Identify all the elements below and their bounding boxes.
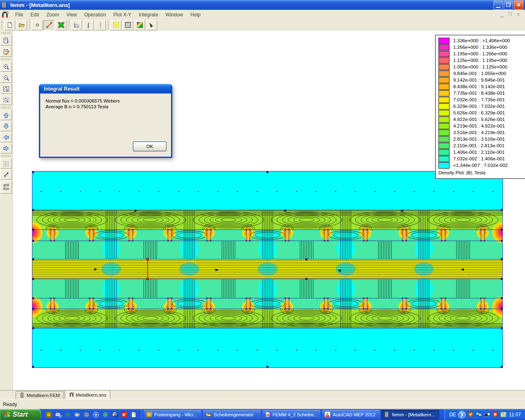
- legend-row: 1.125e+000 : 1.195e+000: [438, 57, 525, 64]
- ok-button[interactable]: OK: [133, 142, 167, 151]
- taskbar-button-1[interactable]: Posteingang - Micr...: [144, 410, 201, 419]
- language-indicator[interactable]: DE: [449, 412, 456, 418]
- hatch-density-button[interactable]: [122, 20, 133, 30]
- tab-label: Metallkern.FEM: [27, 393, 60, 398]
- open-folder-icon: [18, 22, 25, 28]
- new-doc-button[interactable]: [4, 20, 15, 30]
- quicklaunch-media-player[interactable]: [92, 411, 99, 418]
- zoom-out-button[interactable]: [0, 73, 12, 83]
- mdi-close-icon[interactable]: ✕: [515, 12, 522, 17]
- taskbar-button-4[interactable]: AAutoCAD MEP 2012: [322, 410, 380, 419]
- title-bar[interactable]: femm - [Metallkern.ans] ▁ ❐ ✕: [0, 0, 525, 10]
- network-monitors-icon: [476, 411, 482, 418]
- grid-size-label: grid size: [1, 183, 11, 191]
- contour-mode-button[interactable]: [43, 20, 55, 30]
- quicklaunch-doc-question[interactable]: ?: [130, 411, 137, 418]
- quicklaunch-k1-red[interactable]: K1: [121, 411, 128, 418]
- open-folder-button[interactable]: [16, 20, 27, 30]
- menu-window[interactable]: Window: [162, 11, 187, 19]
- pan-right-button[interactable]: [0, 143, 12, 153]
- menu-operation[interactable]: Operation: [81, 11, 110, 19]
- taskbar-button-2[interactable]: Scheibengenerator: [203, 410, 261, 419]
- tray-antivirus-v2[interactable]: V2: [500, 411, 507, 418]
- restore-button[interactable]: ❐: [504, 0, 513, 10]
- legend-swatch: [438, 116, 450, 123]
- pan-down-button[interactable]: [0, 121, 12, 131]
- sidebar-grip: [2, 58, 11, 60]
- quicklaunch-globe-green[interactable]: [102, 411, 109, 418]
- taskbar-button-label: Posteingang - Micr...: [154, 412, 197, 417]
- average-bn-value: Average B.n = 0.750113 Tesla: [46, 104, 108, 109]
- dialog-title-bar[interactable]: Integral Result: [40, 84, 171, 94]
- legend-range-label: 1.266e+000 : 1.336e+000: [453, 45, 507, 50]
- quicklaunch-printer-search[interactable]: [111, 411, 118, 418]
- plot-xy-button[interactable]: [71, 20, 82, 30]
- taskbar-button-5[interactable]: femm - [Metallkern...: [381, 410, 439, 419]
- zoom-extents-button[interactable]: [0, 95, 12, 105]
- quicklaunch-clock-gold[interactable]: [45, 411, 52, 418]
- close-button[interactable]: ✕: [514, 0, 523, 10]
- pan-left-button[interactable]: [0, 132, 12, 142]
- menu-plot-x-y[interactable]: Plot X-Y: [110, 11, 135, 19]
- pointer-arrow-button[interactable]: [146, 20, 157, 30]
- document-tab-bar: Metallkern.FEMMetallkern.ans: [0, 390, 525, 399]
- tray-network-monitors[interactable]: [476, 411, 482, 418]
- zoom-window-button[interactable]: [0, 84, 12, 94]
- legend-row: 6.329e-001 : 7.032e-001: [438, 103, 525, 110]
- start-button[interactable]: Start: [0, 409, 41, 420]
- quicklaunch-internet-explorer[interactable]: e: [73, 411, 80, 418]
- flux-lines-button[interactable]: [95, 20, 106, 30]
- svg-text:1: 1: [125, 412, 127, 415]
- tray-shield-brown[interactable]: [468, 411, 474, 418]
- mdi-restore-icon[interactable]: ❐: [507, 12, 514, 17]
- legend-row: 9.845e-001 : 1.055e+000: [438, 70, 525, 77]
- menu-file[interactable]: File: [11, 11, 27, 19]
- tab-metallkern-fem[interactable]: Metallkern.FEM: [16, 391, 64, 399]
- mdi-minimize-icon[interactable]: ▁: [498, 12, 505, 17]
- zoom-in-button[interactable]: [0, 62, 12, 72]
- doc-question-icon: ?: [130, 411, 137, 418]
- hatch-density-icon: [125, 22, 131, 28]
- doc-edit-icon: [3, 48, 9, 55]
- quicklaunch-sync-green[interactable]: [64, 411, 71, 418]
- quicklaunch-globe-gray[interactable]: [83, 411, 90, 418]
- tray-clock[interactable]: 11:07: [509, 412, 521, 418]
- tab-metallkern-ans[interactable]: Metallkern.ans: [65, 390, 111, 399]
- mesh-view-button[interactable]: [110, 20, 121, 30]
- tray-keyboard-lock[interactable]: [484, 411, 491, 418]
- legend-swatch: [438, 38, 450, 44]
- quicklaunch-mail-blue[interactable]: [55, 411, 62, 418]
- menu-view[interactable]: View: [63, 11, 81, 19]
- menu-zoom[interactable]: Zoom: [43, 11, 63, 19]
- legend-swatch: [438, 143, 450, 149]
- taskbar-separator: [141, 410, 142, 419]
- doc-results-button[interactable]: [0, 35, 12, 46]
- legend-range-label: 3.516e-001 : 4.219e-001: [453, 130, 505, 135]
- tray-chevron-icon[interactable]: ❯: [458, 411, 466, 418]
- dialog-body: Normal flux = 0.000306575 Webers Average…: [40, 94, 171, 157]
- integral-button[interactable]: ∫: [83, 20, 94, 30]
- doc-edit-button[interactable]: [0, 46, 12, 57]
- tray-shield-cross[interactable]: [492, 411, 499, 418]
- pan-up-button[interactable]: [0, 110, 12, 120]
- tab-label: Metallkern.ans: [76, 393, 107, 397]
- menu-integrate[interactable]: Integrate: [135, 11, 162, 19]
- menu-help[interactable]: Help: [187, 11, 204, 19]
- snap-grid-button[interactable]: [0, 169, 12, 180]
- grid-size-button[interactable]: grid size: [0, 180, 12, 194]
- sidebar-grip: [2, 107, 11, 109]
- svg-text:A: A: [326, 412, 329, 416]
- taskbar-button-3[interactable]: AFEMM 4_2 Scheibe...: [262, 410, 320, 419]
- globe-gray-icon: [83, 411, 90, 418]
- point-mode-icon: [34, 22, 41, 28]
- shield-brown-icon: [468, 411, 474, 418]
- point-mode-button[interactable]: [32, 20, 43, 30]
- grid-dots-button[interactable]: [0, 158, 12, 169]
- color-density-button[interactable]: [134, 20, 145, 30]
- area-mode-button[interactable]: [55, 20, 66, 30]
- density-plot[interactable]: [32, 171, 503, 368]
- minimize-button[interactable]: ▁: [493, 0, 503, 10]
- legend-swatch: [438, 149, 450, 155]
- pan-up-icon: [3, 112, 9, 119]
- menu-edit[interactable]: Edit: [27, 11, 43, 19]
